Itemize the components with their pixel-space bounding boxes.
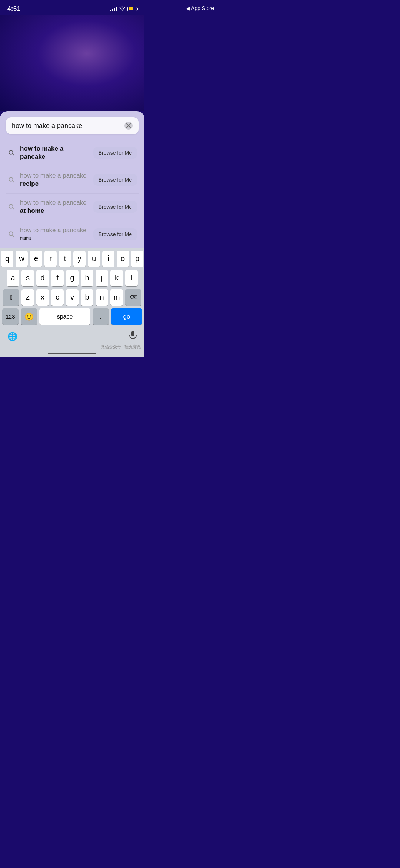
- top-background: [0, 15, 144, 111]
- key-f[interactable]: f: [51, 270, 64, 286]
- key-y[interactable]: y: [73, 251, 86, 267]
- key-m[interactable]: m: [110, 289, 123, 306]
- search-icon: [7, 203, 16, 211]
- suggestion-text-1: how to make a pancake: [20, 145, 90, 161]
- signal-icon: [110, 7, 117, 11]
- key-d[interactable]: d: [36, 270, 49, 286]
- clear-button[interactable]: [124, 122, 133, 130]
- key-x[interactable]: x: [36, 289, 49, 306]
- suggestion-text-3: how to make a pancake at home: [20, 199, 90, 215]
- period-key[interactable]: .: [93, 308, 109, 325]
- keyboard-bottom-row: 123 🙂 space . go: [1, 308, 143, 325]
- status-icons: [110, 6, 137, 12]
- keyboard-row-2: a s d f g h j k l: [1, 270, 143, 286]
- suggestion-row[interactable]: how to make a pancake Browse for Me: [6, 139, 139, 166]
- search-bar[interactable]: how to make a pancake: [6, 117, 139, 134]
- svg-line-5: [13, 181, 14, 182]
- search-input[interactable]: how to make a pancake: [12, 122, 124, 130]
- key-w[interactable]: w: [16, 251, 28, 267]
- shift-key[interactable]: ⇧: [3, 289, 19, 306]
- suggestion-left: how to make a pancake tutu: [7, 226, 90, 242]
- suggestion-left: how to make a pancake at home: [7, 199, 90, 215]
- globe-icon[interactable]: 🌐: [7, 332, 17, 341]
- svg-line-9: [13, 235, 14, 237]
- key-i[interactable]: i: [102, 251, 114, 267]
- status-time: 4:51: [7, 5, 20, 13]
- search-icon: [7, 149, 16, 157]
- search-icon: [7, 176, 16, 184]
- browse-for-me-button-1[interactable]: Browse for Me: [93, 147, 137, 159]
- battery-icon: [127, 7, 137, 11]
- key-c[interactable]: c: [51, 289, 64, 306]
- browse-for-me-button-2[interactable]: Browse for Me: [93, 174, 137, 186]
- key-g[interactable]: g: [66, 270, 79, 286]
- key-z[interactable]: z: [21, 289, 34, 306]
- suggestion-text-2: how to make a pancake recipe: [20, 172, 90, 188]
- numbers-key[interactable]: 123: [2, 308, 19, 325]
- key-r[interactable]: r: [44, 251, 57, 267]
- key-p[interactable]: p: [131, 251, 143, 267]
- suggestion-row[interactable]: how to make a pancake tutu Browse for Me: [6, 221, 139, 248]
- home-bar: [48, 353, 96, 354]
- delete-key[interactable]: ⌫: [125, 289, 141, 306]
- keyboard-extras: 🌐: [0, 328, 144, 344]
- suggestion-row[interactable]: how to make a pancake recipe Browse for …: [6, 166, 139, 194]
- microphone-icon[interactable]: [129, 331, 137, 343]
- browse-for-me-button-4[interactable]: Browse for Me: [93, 228, 137, 240]
- key-t[interactable]: t: [59, 251, 71, 267]
- key-e[interactable]: e: [30, 251, 42, 267]
- space-key[interactable]: space: [39, 308, 90, 325]
- svg-line-7: [13, 208, 14, 209]
- key-h[interactable]: h: [81, 270, 93, 286]
- status-bar: 4:51 ◀ App Store: [0, 0, 144, 15]
- key-q[interactable]: q: [1, 251, 13, 267]
- key-s[interactable]: s: [21, 270, 34, 286]
- suggestions-panel: how to make a pancake how to make a panc…: [0, 111, 144, 248]
- key-n[interactable]: n: [96, 289, 108, 306]
- suggestion-left: how to make a pancake recipe: [7, 172, 90, 188]
- suggestion-left: how to make a pancake: [7, 145, 90, 161]
- search-icon: [7, 230, 16, 238]
- search-value: how to make a pancake: [12, 122, 82, 130]
- key-l[interactable]: l: [125, 270, 138, 286]
- key-u[interactable]: u: [88, 251, 100, 267]
- keyboard-row-3: ⇧ z x c v b n m ⌫: [1, 289, 143, 306]
- browse-for-me-button-3[interactable]: Browse for Me: [93, 201, 137, 213]
- home-indicator: [0, 350, 144, 357]
- suggestion-text-4: how to make a pancake tutu: [20, 226, 90, 242]
- keyboard-row-1: q w e r t y u i o p: [1, 251, 143, 267]
- keyboard: q w e r t y u i o p a s d f g h j k l ⇧ …: [0, 248, 144, 328]
- key-b[interactable]: b: [81, 289, 93, 306]
- text-cursor: [83, 122, 83, 130]
- watermark: 微信公众号 · 硅兔赛跑: [0, 344, 144, 350]
- go-key[interactable]: go: [111, 308, 142, 325]
- svg-rect-10: [131, 331, 134, 336]
- svg-line-3: [13, 154, 14, 155]
- key-o[interactable]: o: [117, 251, 129, 267]
- key-k[interactable]: k: [110, 270, 123, 286]
- emoji-key[interactable]: 🙂: [21, 308, 37, 325]
- suggestion-row[interactable]: how to make a pancake at home Browse for…: [6, 194, 139, 221]
- key-a[interactable]: a: [7, 270, 19, 286]
- key-j[interactable]: j: [96, 270, 108, 286]
- key-v[interactable]: v: [66, 289, 79, 306]
- wifi-icon: [119, 6, 125, 12]
